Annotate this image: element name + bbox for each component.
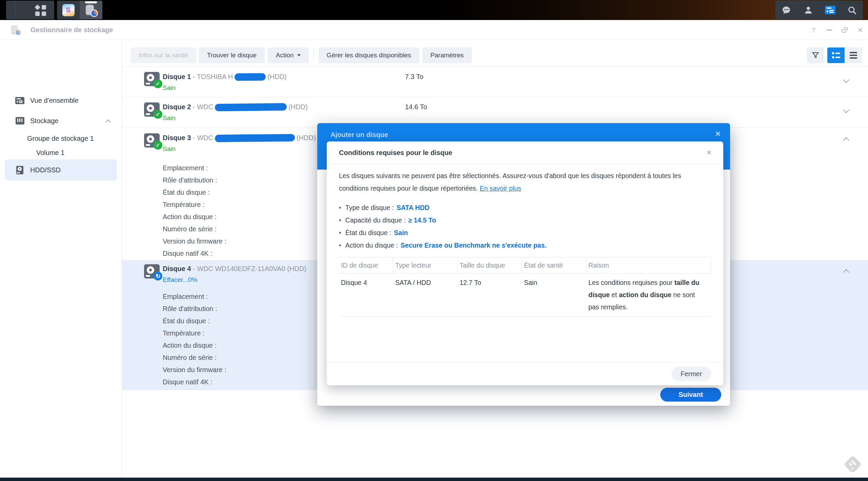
cell-disk-size: 12.7 To: [458, 276, 522, 313]
bullet-icon: •: [339, 201, 341, 214]
detail-label: Rôle d'attribution :: [163, 174, 226, 186]
view-toggle: [827, 47, 862, 63]
user-icon: [804, 5, 813, 15]
list-view-icon: [850, 52, 857, 59]
detail-label: Température :: [163, 327, 226, 339]
fermer-button[interactable]: Fermer: [671, 367, 711, 381]
detail-view-icon: [832, 52, 840, 59]
search-button[interactable]: [843, 1, 861, 19]
filter-button[interactable]: [807, 47, 824, 63]
close-icon: ✕: [706, 149, 712, 156]
settings-button[interactable]: Paramètres: [422, 47, 472, 63]
disk-status: Sain: [163, 84, 176, 92]
column-header: Taille du disque: [458, 257, 522, 273]
chevron-down-icon[interactable]: [843, 77, 849, 83]
cell-disk-id: Disque 4: [339, 276, 393, 313]
detail-label: Version du firmware :: [163, 364, 226, 376]
widgets-icon: [825, 6, 835, 14]
next-button[interactable]: Suivant: [660, 388, 721, 402]
disk-icon: ↻: [144, 264, 160, 278]
disk-icon: ✓: [144, 102, 160, 117]
detail-label: Action du disque :: [163, 339, 226, 351]
storage-manager-window-icon: [11, 25, 21, 35]
taskbar-app-package-center[interactable]: [57, 1, 80, 19]
requirement-item: • Capacité du disque : ≥ 14.5 To: [339, 214, 711, 227]
locate-disk-button[interactable]: Trouver le disque: [199, 47, 265, 63]
close-dialog-button[interactable]: ✕: [711, 128, 725, 140]
storage-manager-icon: [85, 4, 97, 16]
chevron-down-icon[interactable]: [843, 107, 849, 113]
list-view-button[interactable]: [845, 47, 862, 63]
learn-more-link[interactable]: En savoir plus: [480, 185, 521, 192]
disk-status: Sain: [163, 145, 176, 153]
redaction-scribble: [215, 103, 287, 111]
table-header-row: ID de disque Type lecteur Taille du disq…: [339, 257, 711, 274]
column-header: État de santé: [522, 257, 586, 273]
maximize-button[interactable]: [837, 20, 852, 40]
disk-title: Disque 1 - TOSHIBA H(HDD): [163, 73, 287, 81]
chevron-up-icon[interactable]: [843, 269, 849, 275]
action-menu-button[interactable]: Action: [268, 47, 309, 63]
disk-row-1[interactable]: ✓ Disque 1 - TOSHIBA H(HDD) Sain 7.3 To: [122, 67, 868, 97]
health-info-button: Infos sur la santé: [130, 47, 196, 63]
chevron-up-icon[interactable]: [106, 119, 111, 124]
overview-icon: [15, 97, 24, 104]
close-window-button[interactable]: ✕: [852, 20, 868, 40]
taskbar-divider: [15, 4, 16, 16]
requirements-dialog-body: Les disques suivants ne peuvent pas être…: [339, 164, 711, 317]
dsm-taskbar: [0, 0, 868, 20]
widgets-button[interactable]: [821, 1, 839, 19]
chat-bubble-icon: [782, 5, 791, 15]
funnel-icon: [811, 51, 820, 59]
requirement-label: Type de disque :: [345, 201, 394, 214]
healthy-badge-icon: ✓: [154, 79, 162, 88]
detail-view-button[interactable]: [827, 47, 845, 63]
bullet-icon: •: [339, 239, 341, 252]
sidebar-item-overview[interactable]: Vue d’ensemble: [0, 94, 122, 107]
disk-icon: ✓: [144, 72, 160, 86]
maximize-icon: [842, 27, 848, 33]
disk-detail-labels: Emplacement : Rôle d'attribution : État …: [163, 290, 226, 388]
detail-label: État du disque :: [163, 315, 226, 327]
sidebar-item-storage-pool-1[interactable]: Groupe de stockage 1: [0, 132, 122, 145]
caret-down-icon: [297, 54, 301, 56]
close-requirements-button[interactable]: ✕: [702, 146, 716, 159]
chevron-up-icon[interactable]: [843, 137, 849, 143]
action-label: Action: [276, 52, 294, 59]
requirement-item: • Type de disque : SATA HDD: [339, 201, 711, 214]
sidebar-item-storage[interactable]: Stockage: [0, 114, 122, 128]
sidebar-item-hdd-ssd[interactable]: HDD/SSD: [0, 159, 122, 180]
detail-label: Emplacement :: [163, 162, 226, 174]
minimize-icon: [826, 30, 832, 31]
disk-status: Effacer...0%: [163, 276, 197, 284]
detail-label: Disque natif 4K :: [163, 376, 226, 388]
taskbar-left-group: [6, 1, 54, 19]
requirements-dialog-header: Conditions requises pour le disque ✕: [327, 141, 723, 164]
user-menu-button[interactable]: [800, 1, 817, 19]
requirement-value: ≥ 14.5 To: [408, 214, 436, 227]
sidebar-item-volume-1[interactable]: Volume 1: [0, 147, 122, 159]
taskbar-app-storage-manager[interactable]: [80, 1, 102, 19]
detail-label: Rôle d'attribution :: [163, 303, 226, 315]
requirement-item: • Action du disque : Secure Erase ou Ben…: [339, 239, 711, 252]
disk-detail-labels: Emplacement : Rôle d'attribution : État …: [163, 162, 226, 259]
disk-size: 7.3 To: [405, 73, 423, 81]
notifications-button[interactable]: [778, 1, 795, 19]
detail-label: Action du disque :: [163, 211, 226, 223]
close-icon: ✕: [857, 26, 863, 34]
sidebar: Vue d’ensemble Stockage Groupe de stocka…: [0, 40, 122, 478]
detail-label: Numéro de série :: [163, 351, 226, 364]
requirements-intro: Les disques suivants ne peuvent pas être…: [339, 170, 711, 195]
main-menu-icon[interactable]: [35, 5, 46, 16]
disk-title: Disque 2 - WDC(HDD): [163, 103, 308, 111]
manage-available-disks-button[interactable]: Gérer les disques disponibles: [319, 47, 419, 63]
sidebar-item-label: Stockage: [30, 117, 58, 125]
detail-label: Température :: [163, 198, 226, 211]
column-header: Raison: [586, 257, 711, 273]
help-button[interactable]: ?: [806, 20, 821, 40]
minimize-button[interactable]: [821, 20, 837, 40]
bullet-icon: •: [339, 227, 341, 239]
disk-title: Disque 3 - WDC(HDD): [163, 134, 316, 142]
storage-icon: [15, 117, 24, 124]
column-header: ID de disque: [339, 257, 393, 273]
